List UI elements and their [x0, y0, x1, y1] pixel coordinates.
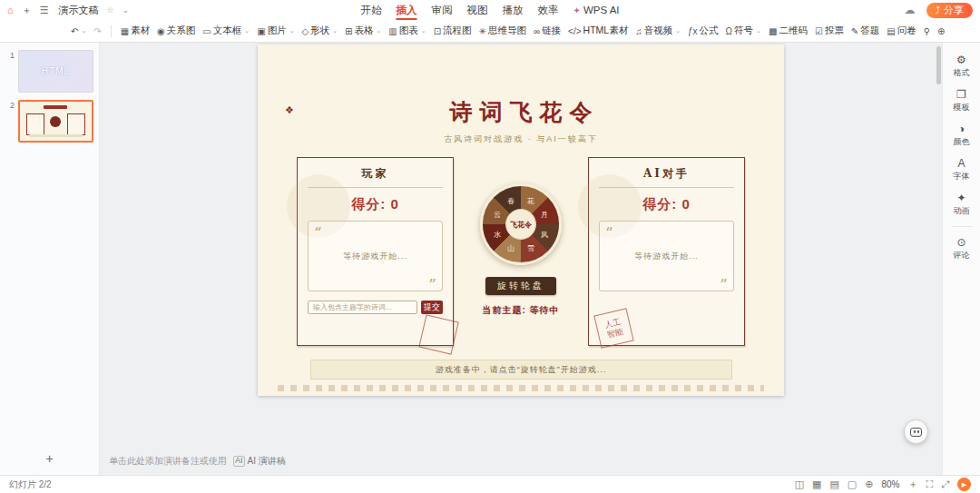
tool-material[interactable]: ▦ 素材 [118, 23, 152, 39]
wps-ai-icon: ✦ [573, 5, 580, 15]
share-button[interactable]: ⤴ 分享 [926, 3, 974, 18]
zoom-in-icon[interactable]: ＋ [907, 478, 917, 491]
tool-text-box[interactable]: ▭ 文本框 ⌄ [200, 23, 252, 39]
undo-button[interactable]: ↶ ⌄ [68, 25, 89, 38]
titlebar-left: ⌂ ＋ ☰ 演示文稿 ☆ ⌄ [7, 4, 129, 17]
tab-home[interactable]: 开始 [360, 0, 381, 20]
ai-script-label: AI 演讲稿 [248, 455, 286, 468]
document-title[interactable]: 演示文稿 [59, 4, 99, 17]
corner-ornament-icon: ❖ [285, 104, 294, 116]
view-normal-icon[interactable]: ◫ [795, 478, 804, 490]
player-stamp [418, 314, 458, 354]
sidebar-item-format[interactable]: ⚙ 格式 [954, 54, 970, 79]
slide-thumbnail-panel: 1 HTML 2 + [0, 43, 100, 475]
spin-wheel[interactable]: 花 月 风 雪 山 水 云 春 飞花令 [480, 183, 562, 265]
ai-assistant-button[interactable] [904, 419, 928, 444]
poem-input[interactable] [308, 301, 417, 314]
thumb2-left-panel [26, 113, 44, 135]
table-icon: ⊞ [345, 26, 352, 36]
current-topic-text: 当前主题: 等待中 [482, 304, 559, 317]
zoom-level[interactable]: 80% [881, 479, 899, 489]
player-panel: 玩家 得分: 0 “ 等待游戏开始... ” 提交 [297, 157, 454, 346]
template-icon: ❐ [956, 88, 966, 101]
slide-thumbnail-2[interactable]: 2 [7, 100, 93, 143]
tool-formula[interactable]: ƒx 公式 [685, 23, 721, 39]
chevron-down-icon[interactable]: ⌄ [122, 5, 130, 15]
new-tab-icon[interactable]: ＋ [22, 4, 32, 17]
tool-qr-code[interactable]: ▩ 二维码 [766, 23, 810, 39]
tool-relation-diagram[interactable]: ◉ 关系图 [154, 23, 198, 39]
toolbar-search-button[interactable]: ⚲ [921, 25, 933, 38]
tool-shape[interactable]: ◇ 形状 ⌄ [299, 23, 341, 39]
tool-html-material[interactable]: </> HTML素材 [565, 23, 631, 39]
slide-editing-area[interactable]: ❖ 诗词飞花令 古风诗词对战游戏 · 与AI一较高下 玩家 得分: 0 “ 等待… [258, 44, 784, 396]
slide-subtitle: 古风诗词对战游戏 · 与AI一较高下 [258, 133, 784, 145]
tool-label: 素材 [131, 25, 150, 37]
sidebar-label: 动画 [954, 205, 970, 217]
fit-window-icon[interactable]: ⛶ [926, 478, 933, 490]
view-notes-icon[interactable]: ▢ [848, 478, 857, 490]
tool-chart[interactable]: ▥ 图表 ⌄ [386, 23, 428, 39]
tool-vote[interactable]: ☑ 投票 [812, 23, 847, 39]
right-sidebar: ⚙ 格式 ❐ 模板 ◑ 颜色 A 字体 ✦ 动画 ⊙ 评论 [942, 43, 980, 475]
share-label: 分享 [944, 4, 964, 17]
toolbar-more-button[interactable]: ⊕ [935, 25, 947, 38]
tool-symbol[interactable]: Ω 符号 ⌄ [723, 23, 764, 39]
tool-image[interactable]: ▣ 图片 ⌄ [254, 23, 297, 39]
tool-table[interactable]: ⊞ 表格 ⌄ [342, 23, 384, 39]
tool-audio-video[interactable]: ♫ 音视频 ⌄ [632, 23, 683, 39]
player-waiting-text: 等待游戏开始... [343, 251, 407, 262]
menu-icon[interactable]: ☰ [40, 5, 49, 16]
sidebar-item-comments[interactable]: ⊙ 评论 [954, 236, 970, 261]
ai-seal-text: 人工智能 [602, 317, 625, 340]
home-icon[interactable]: ⌂ [7, 5, 14, 15]
add-slide-button[interactable]: + [45, 451, 53, 466]
wheel-column: 花 月 风 雪 山 水 云 春 飞花令 旋转轮盘 当前主题: 等待中 [454, 157, 588, 346]
tool-link[interactable]: ∞ 链接 [531, 23, 564, 39]
tool-label: 音视频 [644, 25, 673, 37]
slide-thumbnail-1[interactable]: 1 HTML [7, 50, 93, 93]
star-icon[interactable]: ☆ [107, 5, 114, 15]
submit-button[interactable]: 提交 [421, 301, 443, 314]
tab-efficiency[interactable]: 效率 [537, 0, 558, 20]
sidebar-item-font[interactable]: A 字体 [954, 157, 970, 182]
tab-view[interactable]: 视图 [466, 0, 487, 20]
player-panel-title: 玩家 [308, 166, 443, 188]
sidebar-label: 字体 [954, 171, 970, 182]
view-grid-icon[interactable]: ▦ [812, 478, 821, 490]
wheel-hub: 飞花令 [505, 209, 536, 240]
tab-insert[interactable]: 插入 [396, 0, 416, 20]
ai-waiting-text: 等待游戏开始... [634, 251, 699, 262]
player-quote-box: “ 等待游戏开始... ” [308, 221, 443, 291]
spin-wheel-button[interactable]: 旋转轮盘 [485, 277, 556, 295]
tool-survey[interactable]: ▤ 问卷 [884, 23, 918, 39]
tool-flowchart[interactable]: ⊡ 流程图 [431, 23, 475, 39]
editing-canvas: ❖ 诗词飞花令 古风诗词对战游戏 · 与AI一较高下 玩家 得分: 0 “ 等待… [100, 43, 942, 475]
tool-label: 文本框 [213, 25, 242, 37]
tab-review[interactable]: 审阅 [431, 0, 452, 20]
redo-button[interactable]: ↷ [91, 25, 103, 38]
quote-close-icon: ” [428, 277, 436, 292]
play-slideshow-button[interactable]: ▶ [957, 478, 971, 491]
ai-script-badge[interactable]: AI AI 演讲稿 [233, 455, 286, 468]
canvas-scrollbar[interactable] [936, 46, 941, 84]
browser-icon[interactable]: ⊕ [865, 478, 873, 490]
formula-icon: ƒx [688, 26, 698, 36]
quote-close-icon: ” [720, 277, 728, 292]
tool-mind-map[interactable]: ✳ 思维导图 [476, 23, 529, 39]
tool-label: 答题 [860, 25, 879, 37]
tab-wps-ai[interactable]: ✦ WPS AI [573, 0, 619, 20]
wheel-segment: 云 [494, 210, 501, 220]
speaker-notes-hint[interactable]: 单击此处添加演讲备注或使用 AI AI 演讲稿 [109, 455, 286, 468]
tool-quiz[interactable]: ✎ 答题 [848, 23, 882, 39]
view-outline-icon[interactable]: ▤ [829, 478, 838, 490]
fullscreen-icon[interactable]: ⤢ [941, 478, 949, 490]
sidebar-item-animation[interactable]: ✦ 动画 [954, 192, 970, 217]
tab-play[interactable]: 播放 [502, 0, 523, 20]
statusbar: 幻灯片 2/2 ◫ ▦ ▤ ▢ ⊕ 80% ＋ ⛶ ⤢ ▶ [0, 475, 980, 493]
cloud-sync-icon[interactable]: ☁ [905, 4, 916, 16]
chevron-down-icon: ⌄ [675, 27, 681, 35]
sidebar-item-color[interactable]: ◑ 颜色 [954, 123, 970, 148]
sidebar-label: 评论 [954, 250, 970, 261]
sidebar-item-template[interactable]: ❐ 模板 [954, 88, 970, 113]
